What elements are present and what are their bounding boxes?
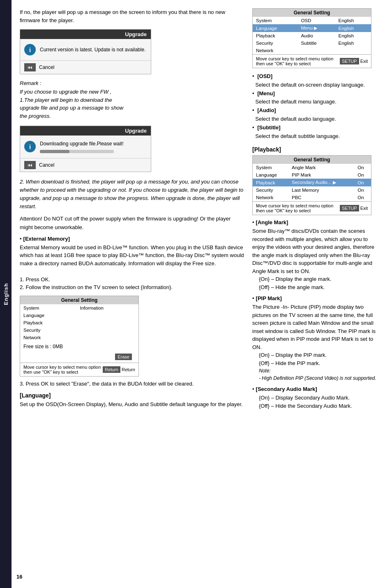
- info-setting-box: General Setting System Information Langu…: [20, 296, 139, 377]
- upgrade-header-1: Upgrade: [20, 30, 151, 39]
- language-cell: Language: [253, 24, 297, 32]
- osd-cell: OSD: [297, 17, 335, 24]
- remark-text: If you choose to upgrade the new FW , 1.…: [20, 88, 244, 120]
- external-memory-section: • [External Memory] External Memory woul…: [20, 236, 244, 292]
- secondary-on-text: {On} – Display Secondary Audio Mark.: [259, 394, 380, 402]
- pip-mark-desc: The Picture -In- Picture (PIP) mode disp…: [252, 303, 380, 351]
- external-memory-desc: External Memory would be used in BD-Live…: [20, 243, 244, 292]
- skip-button-2[interactable]: ⏮: [24, 161, 36, 169]
- secondary-audio-title: [Secondary Audio Mark]: [256, 386, 317, 392]
- pip-off-text: {Off} – Hide the PIP mark.: [259, 359, 380, 368]
- menu-cell: Menu ▶: [297, 24, 335, 32]
- gen-setting-box-2: General Setting System Angle Mark On Lan…: [252, 155, 371, 215]
- security-label: Security: [20, 326, 76, 334]
- gen-setting-table-1: System OSD English Language Menu ▶ Engli…: [253, 17, 371, 54]
- return-label: Return: [122, 367, 135, 372]
- info-setting-footer: Move cursor key to select menu option th…: [20, 363, 138, 376]
- secondary-off-text: {Off} – Hide the Secondary Audio Mark.: [259, 402, 380, 410]
- table-row-highlighted: Playback Secondary Audio... ▶ On: [253, 179, 371, 186]
- erase-button[interactable]: Erase: [115, 354, 132, 360]
- table-row: Playback: [20, 319, 138, 326]
- table-row: Playback Audio English: [253, 32, 371, 39]
- info-setting-table: System Information Language Playback Sec…: [20, 304, 138, 341]
- information-value: Information: [76, 304, 138, 312]
- table-row: Network: [20, 334, 138, 341]
- network-cell: Network: [253, 47, 297, 54]
- pip-mark-section: • [PIP Mark] The Picture -In- Picture (P…: [252, 295, 380, 382]
- gen-setting-box-1: General Setting System OSD English Langu…: [252, 8, 371, 68]
- list-item: • [Menu] Select the default menu languag…: [252, 90, 380, 107]
- body-text-1: 2. When download is finished, the player…: [20, 178, 244, 211]
- language-section: [Language] Set up the OSD(On-Screen Disp…: [20, 392, 244, 409]
- footer-text-2: Move cursor key to select menu option th…: [256, 203, 340, 213]
- secondary-audio-section: • [Secondary Audio Mark] {On} – Display …: [252, 386, 380, 410]
- angle-off-text: {Off} – Hide the angle mark.: [259, 283, 380, 292]
- playback-label: Playback: [20, 319, 76, 326]
- english-cell-1: English: [335, 17, 371, 24]
- osd-items-list: • [OSD] Select the default on-screen dis…: [252, 72, 380, 140]
- skip-button-1[interactable]: ⏮: [24, 63, 36, 71]
- table-row: Language PIP Mark On: [253, 171, 371, 179]
- list-item: • [OSD] Select the default on-screen dis…: [252, 72, 380, 90]
- sidebar-label: English: [3, 283, 9, 305]
- pip-note-detail: - High Definition PIP (Second Video) is …: [259, 374, 380, 382]
- table-row: Network: [253, 47, 371, 54]
- upgrade-body-text-1: Current version is latest. Update is not…: [40, 46, 145, 53]
- english-cell-3: English: [335, 32, 371, 39]
- table-row: Security Subtitle English: [253, 39, 371, 47]
- network-label: Network: [20, 334, 76, 341]
- general-setting-section-2: General Setting System Angle Mark On Lan…: [252, 155, 380, 410]
- list-item: • [Subtitle] Select the default subtitle…: [252, 124, 380, 141]
- pip-note: Note:: [259, 367, 380, 374]
- exit-label-2: Exit: [360, 206, 368, 211]
- info-icon-2: i: [24, 141, 36, 152]
- bullet-dot-secondary: •: [252, 386, 254, 392]
- table-row: Language: [20, 312, 138, 319]
- gen-setting-table-2: System Angle Mark On Language PIP Mark O…: [253, 164, 371, 201]
- upgrade-header-2: Upgrade: [20, 126, 151, 136]
- step3-text: 3. Press OK to select "Erase", the data …: [20, 380, 244, 388]
- footer-text-1: Move cursor key to select menu option th…: [256, 56, 340, 66]
- table-row: Network PBC On: [253, 194, 371, 201]
- progress-bar: [40, 150, 114, 153]
- free-size: Free size is : 0MB: [20, 341, 138, 352]
- setup-button-2[interactable]: SETUP: [340, 205, 359, 211]
- page-number: 16: [16, 574, 22, 580]
- info-footer-text: Move cursor key to select menu option th…: [23, 365, 103, 374]
- general-setting-section-1: General Setting System OSD English Langu…: [252, 8, 380, 140]
- language-desc: Set up the OSD(On-Screen Display), Menu,…: [20, 400, 244, 409]
- setup-button-1[interactable]: SETUP: [340, 58, 359, 64]
- pip-on-text: {On} – Display the PIP mark.: [259, 351, 380, 359]
- system-cell: System: [253, 17, 297, 24]
- remark-title: Remark :: [20, 80, 244, 86]
- gen-setting-footer-1: Move cursor key to select menu option th…: [253, 54, 371, 68]
- info-setting-header: General Setting: [20, 296, 138, 304]
- language-heading: [Language]: [20, 392, 244, 399]
- system-label: System: [20, 304, 76, 312]
- angle-mark-title: [Angle Mark]: [256, 219, 288, 225]
- table-row: System Angle Mark On: [253, 164, 371, 171]
- remark-section: Remark : If you choose to upgrade the ne…: [20, 80, 244, 120]
- language-label: Language: [20, 312, 76, 319]
- angle-mark-section: • [Angle Mark] Some Blu-ray™ discs/DVDs …: [252, 219, 380, 291]
- bullet-dot-angle: •: [252, 219, 254, 225]
- audio-cell: Audio: [297, 32, 335, 39]
- list-item: • [Audio] Select the default audio langu…: [252, 106, 380, 124]
- progress-bar-fill: [40, 150, 69, 153]
- return-button[interactable]: Return: [103, 366, 120, 373]
- sidebar: English: [0, 0, 12, 588]
- gen-setting-header-1: General Setting: [253, 9, 371, 17]
- angle-mark-desc: Some Blu-ray™ discs/DVDs contain the sce…: [252, 227, 380, 275]
- upgrade-box-2: Upgrade i Downloading upgrade file.Pleas…: [20, 126, 151, 172]
- external-memory-title: [External Memory]: [23, 236, 70, 242]
- table-row: System Information: [20, 304, 138, 312]
- bullet-dot-external: •: [20, 236, 22, 242]
- attention-text: Attention! Do NOT cut off the power supp…: [20, 215, 244, 231]
- table-row-highlighted: Language Menu ▶ English: [253, 24, 371, 32]
- playback-heading: [Playback]: [252, 146, 380, 153]
- table-row: System OSD English: [253, 17, 371, 24]
- angle-on-text: {On} – Display the angle mark.: [259, 275, 380, 283]
- intro-text: If no, the player will pop up a message …: [20, 8, 244, 24]
- table-row: Security Last Memory On: [253, 186, 371, 194]
- security-cell: Security: [253, 39, 297, 47]
